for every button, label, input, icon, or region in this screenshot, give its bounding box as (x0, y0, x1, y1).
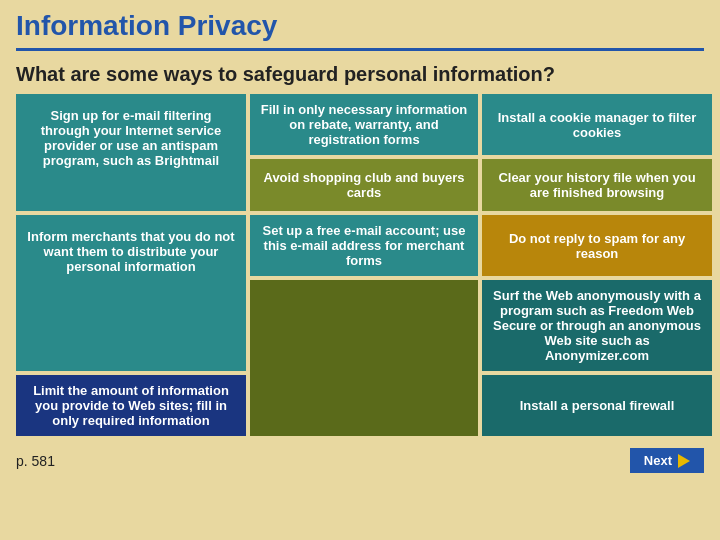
page-subtitle: What are some ways to safeguard personal… (16, 63, 704, 86)
cell-surf-anonymously (250, 280, 478, 436)
cell-file-print-sharing: Surf the Web anonymously with a program … (482, 280, 712, 371)
cell-fill-forms: Fill in only necessary information on re… (250, 94, 478, 155)
header: Information Privacy What are some ways t… (0, 0, 720, 94)
cell-cookie-manager: Install a cookie manager to filter cooki… (482, 94, 712, 155)
next-button[interactable]: Next (630, 448, 704, 473)
page-title: Information Privacy (16, 10, 704, 42)
cell-email-filtering: Sign up for e-mail filtering through you… (16, 94, 246, 211)
footer: p. 581 Next (0, 442, 720, 473)
cell-shopping-club: Avoid shopping club and buyers cards (250, 159, 478, 211)
cell-free-email: Set up a free e-mail account; use this e… (250, 215, 478, 276)
cell-limit-info: Limit the amount of information you prov… (16, 375, 246, 436)
page-number: p. 581 (16, 453, 55, 469)
cell-personal-firewall: Install a personal firewall (482, 375, 712, 436)
cell-clear-history: Clear your history file when you are fin… (482, 159, 712, 211)
cell-no-reply-spam: Do not reply to spam for any reason (482, 215, 712, 276)
next-label: Next (644, 453, 672, 468)
cell-inform-merchants: Inform merchants that you do not want th… (16, 215, 246, 371)
next-arrow-icon (678, 454, 690, 468)
content-grid: Fill in only necessary information on re… (0, 94, 720, 436)
